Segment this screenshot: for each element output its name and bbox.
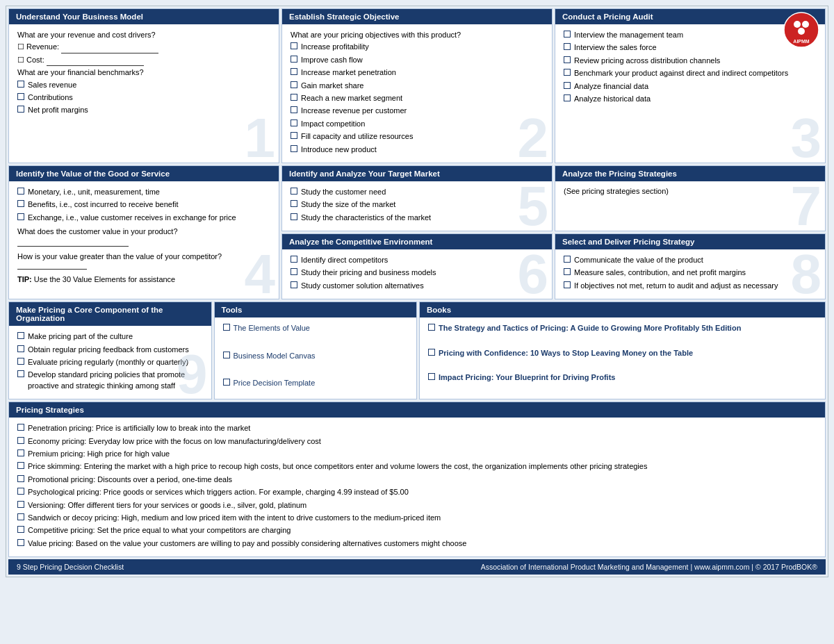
section-6: Analyze the Competitive Environment Iden… [281,233,553,299]
tools-card: Tools The Elements of Value Business Mod… [214,302,418,399]
sales-revenue-checkbox[interactable] [17,81,24,88]
pricing-strategies-section: Pricing Strategies Penetration pricing: … [8,402,826,557]
ps-item-3: Premium pricing: High price for high val… [17,449,817,459]
contributions-label: Contributions [28,92,73,103]
sales-revenue-item: Sales revenue [17,80,270,90]
tip-line: TIP: Use the 30 Value Elements for assis… [17,275,270,283]
s2-item-2: Improve cash flow [291,55,543,65]
s5-item-3: Study the characteristics of the market [291,213,543,223]
s9-item-4: Develop standard pricing policies that p… [17,370,203,391]
section-4: Identify the Value of the Good or Servic… [8,165,279,299]
s2-item-6: Increase revenue per customer [291,106,543,116]
section-9: Make Pricing a Core Component of the Org… [8,302,212,399]
value-question: What does the customer value in your pro… [17,227,270,236]
books-card: Books The Strategy and Tactics of Pricin… [419,302,826,399]
revenue-line: ☐ Revenue: [17,42,270,53]
sales-revenue-label: Sales revenue [28,80,76,90]
value-underline [17,238,129,247]
s2-item-8: Fill capacity and utilize resources [291,131,543,142]
s6-item-1: Identify direct competitors [291,255,543,265]
s2-item-4: Gain market share [291,81,543,91]
ps-item-6: Psychological pricing: Price goods or se… [17,487,817,497]
section-7-header: Analyze the Pricing Strategies [555,166,825,181]
svg-point-3 [798,28,805,35]
section-4-header: Identify the Value of the Good or Servic… [9,166,279,181]
ps-item-4: Price skimming: Entering the market with… [17,461,817,472]
s4-item-2: Benefits, i.e., cost incurred to receive… [17,199,270,210]
s2-item-5: Reach a new market segment [291,93,543,104]
s6-item-2: Study their pricing and business models [291,267,543,278]
tools-spacer2 [223,365,409,374]
s3-item-5: Analyze financial data [564,81,817,92]
net-profit-label: Net profit margins [28,105,88,115]
section-8-header: Select and Deliver Pricing Strategy [555,234,825,249]
ps-item-5: Promotional pricing: Discounts over a pe… [17,474,817,485]
section-6-header: Analyze the Competitive Environment [282,234,552,249]
section-3: Conduct a Pricing Audit AIPMM Interview … [555,8,826,163]
pricing-objectives-question: What are your pricing objectives with th… [291,30,543,40]
section-7: Analyze the Pricing Strategies (See pric… [555,165,826,231]
s8-item-3: If objectives not met, return to audit a… [564,281,817,291]
ps-item-1: Penetration pricing: Price is artificial… [17,423,817,434]
s4-item-3: Exchange, i.e., value customer receives … [17,213,270,223]
s6-item-3: Study customer solution alternatives [291,281,543,291]
pricing-strategies-header: Pricing Strategies [9,402,825,418]
s3-item-1: Interview the management team [564,30,817,40]
ps-item-10: Value pricing: Based on the value your c… [17,538,817,549]
s4-item-1: Monetary, i.e., unit, measurement, time [17,187,270,197]
s5-item-2: Study the size of the market [291,199,543,210]
ps-item-9: Competitive pricing: Set the price equal… [17,525,817,536]
section-1-header: Understand Your Business Model [9,9,279,24]
s3-item-6: Analyze historical data [564,94,817,104]
footer-bar: 9 Step Pricing Decision Checklist Associ… [8,559,826,575]
s9-item-2: Obtain regular pricing feedback from cus… [17,345,203,355]
cost-line: ☐ Cost: [17,55,270,66]
ps-item-8: Sandwich or decoy pricing: High, medium … [17,513,817,523]
contributions-checkbox[interactable] [17,93,24,100]
s9-item-3: Evaluate pricing regularly (monthly or q… [17,357,203,368]
s2-item-9: Introduce new product [291,145,543,155]
books-header: Books [420,302,825,317]
section-number-1: 1 [245,110,276,163]
s2-item-3: Increase market penetration [291,67,543,78]
s3-item-2: Interview the sales force [564,42,817,53]
greater-value-question: How is your value greater than the value… [17,252,270,270]
s3-item-3: Review pricing across distribution chann… [564,56,817,66]
s9-item-1: Make pricing part of the culture [17,331,203,342]
benchmarks-question: What are your financial benchmarks? [17,67,270,78]
tools-item-3: Price Decision Template [223,378,409,388]
tools-item-1: The Elements of Value [223,323,409,333]
ps-item-2: Economy pricing: Everyday low price with… [17,436,817,447]
books-item-3: Impact Pricing: Your Blueprint for Drivi… [428,372,817,383]
s3-item-4: Benchmark your product against direct an… [564,68,817,79]
svg-point-1 [794,21,801,28]
s2-item-1: Increase profitability [291,42,543,52]
footer-left: 9 Step Pricing Decision Checklist [17,563,124,571]
books-spacer [428,337,817,345]
net-profit-item: Net profit margins [17,105,270,115]
contributions-item: Contributions [17,92,270,103]
s5-item-1: Study the customer need [291,187,543,197]
section-5: Identify and Analyze Your Target Market … [281,165,553,231]
section-number-3: 3 [791,110,822,163]
s8-item-2: Measure sales, contribution, and net pro… [564,267,817,278]
section-1: Understand Your Business Model What are … [8,8,279,163]
footer-right: Association of International Product Mar… [481,563,817,571]
books-item-1: The Strategy and Tactics of Pricing: A G… [428,323,817,333]
tools-spacer [223,338,409,347]
aipmm-logo: AIPMM [783,12,819,48]
revenue-question: What are your revenue and cost drivers? [17,30,270,40]
books-spacer2 [428,361,817,370]
s2-item-7: Impact competition [291,119,543,129]
see-pricing-line: (See pricing strategies section) [564,187,817,195]
books-item-2: Pricing with Confidence: 10 Ways to Stop… [428,348,817,358]
section-5-header: Identify and Analyze Your Target Market [282,166,552,181]
svg-text:AIPMM: AIPMM [793,39,810,44]
svg-point-2 [802,21,809,28]
section-2-header: Establish Strategic Objective [282,9,552,24]
ps-item-7: Versioning: Offer different tiers for yo… [17,500,817,511]
tools-item-2: Business Model Canvas [223,351,409,361]
net-profit-checkbox[interactable] [17,106,24,113]
section-9-header: Make Pricing a Core Component of the Org… [9,302,211,326]
s8-item-1: Communicate the value of the product [564,255,817,265]
